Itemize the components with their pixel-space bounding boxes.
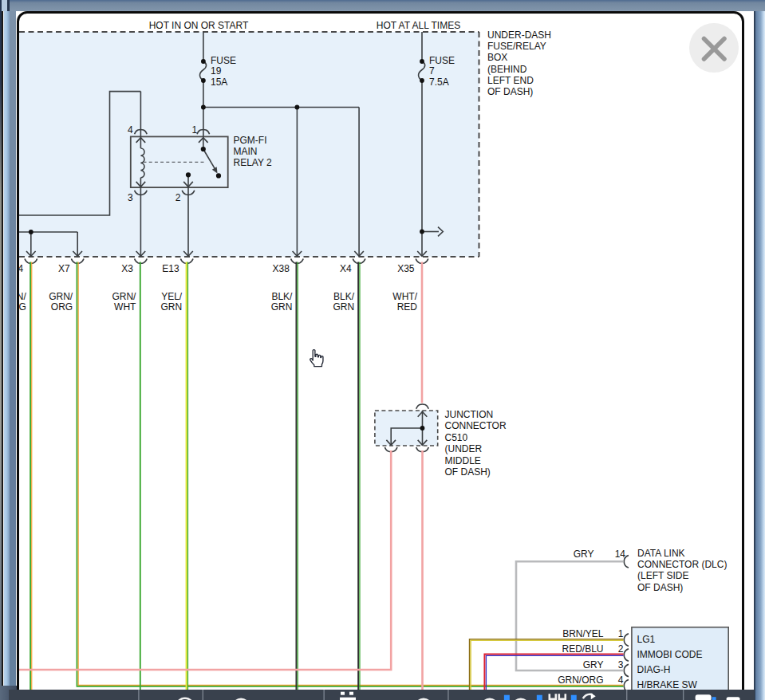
svg-text:GRN/ORG: GRN/ORG [558, 674, 603, 686]
svg-text:DIAG-H: DIAG-H [637, 664, 670, 675]
svg-text:X35: X35 [397, 263, 415, 274]
svg-text:BLK/: BLK/ [271, 291, 293, 302]
svg-text:FUSE/RELAY: FUSE/RELAY [487, 41, 546, 52]
svg-text:PGM-FI: PGM-FI [233, 135, 266, 146]
svg-text:1: 1 [617, 628, 623, 639]
svg-text:X4: X4 [339, 263, 351, 274]
svg-text:C510: C510 [444, 432, 467, 443]
svg-text:GRY: GRY [582, 659, 603, 671]
svg-text:IMMOBI CODE: IMMOBI CODE [637, 649, 702, 660]
svg-text:YEL/: YEL/ [161, 291, 183, 302]
svg-text:X7: X7 [58, 263, 70, 274]
svg-text:CONNECTOR: CONNECTOR [444, 420, 506, 431]
svg-text:GRN/: GRN/ [19, 291, 26, 302]
svg-text:FUSE: FUSE [211, 55, 236, 66]
svg-text:RED: RED [396, 301, 417, 313]
svg-text:14: 14 [614, 549, 625, 560]
svg-text:DATA LINK: DATA LINK [637, 548, 685, 559]
svg-text:GRN: GRN [160, 301, 182, 313]
svg-text:1: 1 [191, 124, 197, 136]
svg-text:RELAY 2: RELAY 2 [233, 157, 272, 168]
svg-text:GRN/: GRN/ [49, 291, 73, 302]
svg-text:RED/BLU: RED/BLU [562, 643, 603, 655]
svg-text:2: 2 [175, 192, 180, 203]
svg-text:GRN/: GRN/ [112, 291, 136, 302]
svg-text:LEFT END: LEFT END [487, 75, 534, 86]
svg-text:2: 2 [617, 643, 623, 655]
svg-text:OF DASH): OF DASH) [444, 466, 490, 478]
svg-text:3: 3 [128, 192, 133, 203]
svg-text:3: 3 [617, 659, 623, 671]
svg-text:X38: X38 [272, 263, 290, 274]
svg-text:GRY: GRY [573, 549, 593, 560]
svg-text:15A: 15A [211, 77, 227, 88]
svg-text:MAIN: MAIN [233, 146, 257, 157]
svg-text:7.5A: 7.5A [429, 77, 449, 88]
svg-text:X3: X3 [121, 263, 133, 274]
svg-text:7: 7 [429, 65, 435, 77]
svg-text:LG1: LG1 [637, 634, 655, 645]
svg-text:4: 4 [617, 674, 623, 686]
svg-text:OF DASH): OF DASH) [487, 86, 533, 97]
svg-text:OF DASH): OF DASH) [637, 582, 683, 593]
svg-text:HOT AT ALL TIMES: HOT AT ALL TIMES [376, 20, 459, 31]
svg-text:H/BRAKE SW: H/BRAKE SW [637, 679, 697, 690]
svg-text:MIDDLE: MIDDLE [444, 455, 480, 466]
svg-text:JUNCTION: JUNCTION [444, 409, 493, 420]
svg-text:HOT IN ON OR START: HOT IN ON OR START [148, 20, 248, 31]
svg-text:FUSE: FUSE [429, 55, 455, 66]
svg-text:BLK/: BLK/ [333, 291, 355, 302]
svg-text:BOX: BOX [487, 52, 507, 63]
svg-text:WHT/: WHT/ [392, 291, 417, 302]
svg-text:E13: E13 [162, 263, 179, 274]
svg-text:(LEFT SIDE: (LEFT SIDE [637, 570, 688, 581]
svg-text:(BEHIND: (BEHIND [487, 64, 527, 75]
svg-text:19: 19 [211, 65, 222, 77]
svg-text:GRN: GRN [270, 301, 292, 313]
svg-text:ORG: ORG [19, 301, 26, 313]
svg-text:CONNECTOR (DLC): CONNECTOR (DLC) [637, 559, 727, 570]
svg-text:ORG: ORG [50, 301, 72, 313]
svg-text:4: 4 [128, 124, 133, 136]
svg-text:UNDER-DASH: UNDER-DASH [487, 29, 551, 41]
svg-text:BRN/YEL: BRN/YEL [562, 628, 604, 639]
svg-text:X4: X4 [19, 263, 24, 274]
svg-text:GRN: GRN [333, 301, 354, 313]
svg-text:(UNDER: (UNDER [444, 443, 482, 454]
svg-text:WHT: WHT [114, 301, 136, 313]
